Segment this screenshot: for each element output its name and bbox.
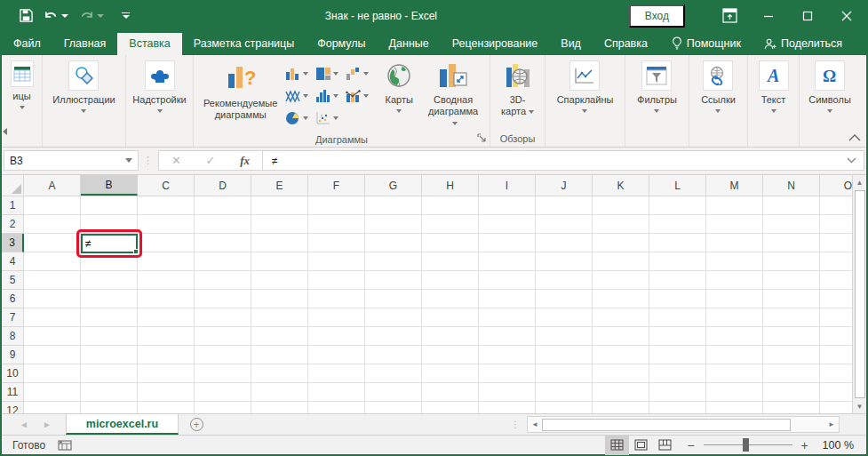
cell-F5[interactable] — [308, 271, 365, 290]
cell-A1[interactable] — [24, 196, 81, 215]
row-header-1[interactable]: 1 — [2, 196, 24, 215]
tab-review[interactable]: Рецензирование — [441, 33, 550, 55]
sheet-tab-active[interactable]: microexcel.ru — [66, 414, 179, 435]
tab-formulas[interactable]: Формулы — [306, 33, 377, 55]
ribbon-display-options-icon[interactable] — [710, 0, 749, 31]
cell-F12[interactable] — [308, 402, 365, 413]
cell-J12[interactable] — [536, 402, 593, 413]
cell-H10[interactable] — [422, 364, 479, 383]
formula-bar-handle[interactable]: ⋮ — [139, 150, 158, 171]
row-header-10[interactable]: 10 — [2, 364, 24, 383]
cell-N2[interactable] — [763, 215, 820, 234]
cell-E4[interactable] — [251, 252, 308, 271]
cell-H7[interactable] — [422, 308, 479, 327]
cell-L11[interactable] — [649, 383, 706, 402]
cell-M4[interactable] — [706, 252, 763, 271]
row-header-9[interactable]: 9 — [2, 346, 24, 364]
cell-K8[interactable] — [593, 327, 649, 346]
cell-C4[interactable] — [138, 252, 195, 271]
cell-D7[interactable] — [195, 308, 251, 327]
cell-K12[interactable] — [593, 402, 649, 413]
cell-H11[interactable] — [422, 383, 479, 402]
cell-E2[interactable] — [251, 215, 308, 234]
scroll-down-icon[interactable]: ▼ — [853, 399, 866, 413]
cell-G7[interactable] — [365, 308, 422, 327]
cell-A5[interactable] — [24, 271, 81, 290]
cell-N9[interactable] — [763, 346, 820, 364]
cell-D10[interactable] — [195, 364, 251, 383]
cell-B4[interactable] — [81, 252, 138, 271]
cell-C5[interactable] — [138, 271, 195, 290]
cell-L6[interactable] — [649, 290, 706, 308]
cell-O9[interactable] — [820, 346, 852, 364]
column-header-J[interactable]: J — [536, 175, 593, 196]
cell-O1[interactable] — [820, 196, 852, 215]
cell-O5[interactable] — [820, 271, 852, 290]
cell-B9[interactable] — [81, 346, 138, 364]
cell-J1[interactable] — [536, 196, 593, 215]
cell-J7[interactable] — [536, 308, 593, 327]
cell-A4[interactable] — [24, 252, 81, 271]
column-header-E[interactable]: E — [251, 175, 308, 196]
tab-help[interactable]: Справка — [593, 33, 659, 55]
cell-B6[interactable] — [81, 290, 138, 308]
cell-C1[interactable] — [138, 196, 195, 215]
column-header-C[interactable]: C — [138, 175, 195, 196]
cell-B10[interactable] — [81, 364, 138, 383]
macro-record-icon[interactable] — [58, 439, 72, 452]
cell-A11[interactable] — [24, 383, 81, 402]
cell-N3[interactable] — [763, 234, 820, 252]
cell-H6[interactable] — [422, 290, 479, 308]
cell-A12[interactable] — [24, 402, 81, 413]
undo-button[interactable] — [40, 7, 72, 25]
cell-M3[interactable] — [706, 234, 763, 252]
cell-J11[interactable] — [536, 383, 593, 402]
cell-F10[interactable] — [308, 364, 365, 383]
cell-F2[interactable] — [308, 215, 365, 234]
tab-insert[interactable]: Вставка — [117, 33, 181, 55]
cell-G1[interactable] — [365, 196, 422, 215]
addins-button[interactable]: Надстройки — [126, 57, 192, 116]
tab-page-layout[interactable]: Разметка страницы — [182, 33, 306, 55]
cell-H3[interactable] — [422, 234, 479, 252]
page-layout-view-button[interactable] — [629, 436, 653, 455]
tab-splitter-handle[interactable]: ⋮ — [504, 414, 527, 435]
cell-M9[interactable] — [706, 346, 763, 364]
cell-H1[interactable] — [422, 196, 479, 215]
cell-G9[interactable] — [365, 346, 422, 364]
collapse-ribbon-icon[interactable] — [848, 134, 861, 141]
cell-A9[interactable] — [24, 346, 81, 364]
tab-share[interactable]: Поделиться — [753, 33, 854, 55]
cell-K2[interactable] — [593, 215, 649, 234]
page-break-view-button[interactable] — [653, 436, 677, 455]
cell-J3[interactable] — [536, 234, 593, 252]
cell-K10[interactable] — [593, 364, 649, 383]
cell-J9[interactable] — [536, 346, 593, 364]
cell-L3[interactable] — [649, 234, 706, 252]
recommended-charts-button[interactable]: ? Рекомендуемые диаграммы — [197, 57, 283, 124]
save-icon[interactable] — [16, 6, 36, 25]
cell-E11[interactable] — [251, 383, 308, 402]
cell-C8[interactable] — [138, 327, 195, 346]
cell-E5[interactable] — [251, 271, 308, 290]
cell-F6[interactable] — [308, 290, 365, 308]
cell-F11[interactable] — [308, 383, 365, 402]
cell-B8[interactable] — [81, 327, 138, 346]
cell-E12[interactable] — [251, 402, 308, 413]
cell-O2[interactable] — [820, 215, 852, 234]
cell-G4[interactable] — [365, 252, 422, 271]
column-header-O[interactable]: O — [820, 175, 852, 196]
cell-L4[interactable] — [649, 252, 706, 271]
cell-M8[interactable] — [706, 327, 763, 346]
tab-data[interactable]: Данные — [378, 33, 441, 55]
name-box[interactable]: B3 — [4, 150, 139, 171]
cell-E6[interactable] — [251, 290, 308, 308]
insert-scatter-chart-button[interactable] — [315, 107, 346, 129]
add-sheet-button[interactable]: + — [179, 414, 214, 435]
cell-A10[interactable] — [24, 364, 81, 383]
row-header-2[interactable]: 2 — [2, 215, 24, 234]
cell-K11[interactable] — [593, 383, 649, 402]
cell-C10[interactable] — [138, 364, 195, 383]
selected-cell[interactable]: ≠ — [81, 234, 138, 253]
maximize-button[interactable] — [788, 0, 827, 31]
